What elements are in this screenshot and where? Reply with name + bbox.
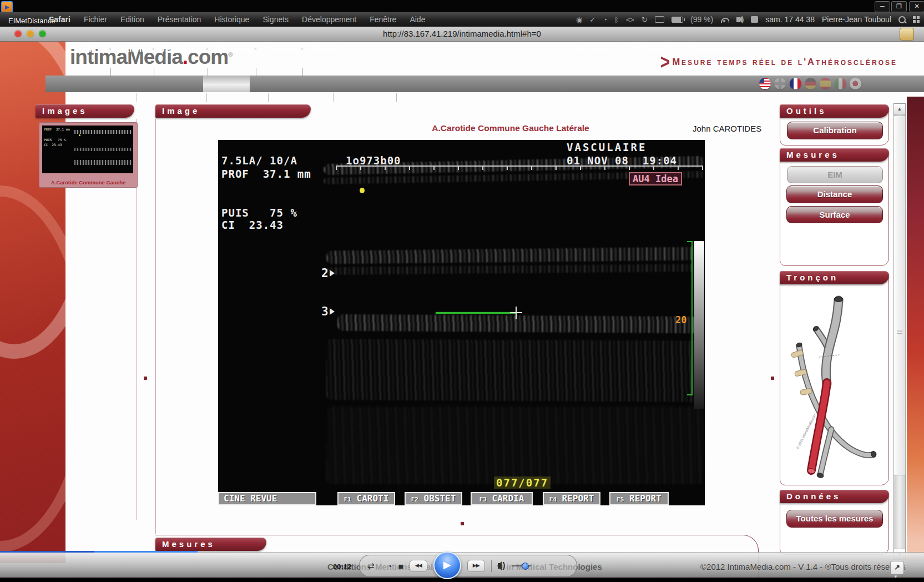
menu-fenetre[interactable]: Fenêtre [370,15,396,24]
mac-menubar: Safari Fichier Edition Présentation Hist… [0,12,924,27]
nav-visualiser[interactable]: Visualiser [160,41,199,58]
mission-control-icon[interactable] [913,16,920,23]
url-field[interactable]: http://83.167.41.219/intimamedia.html#h=… [0,27,924,41]
input-menu-icon[interactable] [751,16,758,23]
battery-percent: (99 %) [690,15,713,24]
us-horizontal-ruler [336,165,703,167]
flag-us[interactable] [759,78,771,89]
site-copyright: ©2012 IntimaMedia.com - V 1.4 - ®Tous dr… [700,562,906,571]
volume-icon[interactable] [736,17,740,22]
browser-extension-icon[interactable] [900,28,914,41]
flag-spain[interactable] [820,78,831,89]
menu-presentation[interactable]: Présentation [158,15,201,24]
ultrasound-image[interactable]: VASCULAIRE 7.5LA/ 10/A 1o973b00 01 NOV 0… [218,140,705,505]
accessibility-icon[interactable]: ◉ [576,16,582,24]
bluetooth-icon[interactable]: ᛒ [614,16,619,24]
forward-button[interactable]: ▶▶ [467,560,485,572]
background-red-swoosh-right [907,97,924,561]
menu-signets[interactable]: Signets [262,15,289,24]
window-restore-button[interactable]: ❐ [891,1,907,12]
thumbnail-card[interactable]: PROF 37.1 mm PUIS 75 % CI 23.43 A.Caroti… [39,122,138,188]
menu-edition[interactable]: Edition [120,15,144,24]
display-icon[interactable] [655,16,664,23]
menu-aide[interactable]: Aide [410,15,425,24]
thumbnail-caption: A.Carotide Commune Gauche [39,179,137,185]
video-controls-cluster: ⇄ ◔ ■ ◀◀ ▶ ▶▶ [359,555,577,577]
splitter-handle-bottom[interactable] [461,522,464,525]
distance-button[interactable]: Distance [786,185,883,203]
us-f5-button[interactable]: F5 REPORT [609,492,669,505]
us-depth: PROF 37.1 mm [221,168,311,180]
window-close-button[interactable]: ✕ [909,1,924,12]
play-button[interactable]: ▶ [433,551,461,579]
calibration-button[interactable]: Calibration [787,122,883,139]
thumbnail-marker-dot [79,134,80,136]
speaker-icon[interactable] [498,563,502,569]
us-cine-button[interactable]: CINE REVUE [218,492,316,505]
expand-caret-icon: ▼ [893,574,898,579]
flag-france[interactable] [790,78,801,89]
splitter-handle-right[interactable] [771,377,774,380]
us-scale-value: 20 [675,314,686,325]
timer-icon[interactable]: ◔ [387,561,392,571]
nav-mesures[interactable]: Mesures [215,41,249,58]
spotlight-icon[interactable] [898,16,906,23]
nav-tutoriel[interactable]: Tutoriel [311,41,341,58]
flag-japan[interactable] [850,78,861,89]
us-datetime: 01 NOV 08 19:04 [567,154,677,167]
wifi-icon[interactable] [720,17,729,23]
nav-rapport[interactable]: Rapport [265,41,297,58]
stop-icon[interactable]: ■ [398,561,403,571]
us-f1-button[interactable]: F1 CAROTI [337,492,395,505]
flag-germany[interactable] [805,78,816,89]
measurement-line[interactable] [436,312,517,314]
controls-divider [491,560,492,572]
eim-button[interactable]: EIM [787,166,883,183]
menu-historique[interactable]: Historique [214,15,249,24]
clock-icon[interactable]: ◔ [603,16,607,24]
us-f3-button[interactable]: F3 CARDIA [471,492,533,505]
patient-name: John CAROTIDES [693,124,761,133]
image-subtitle: A.Carotide Commune Gauche Latérale [333,123,688,133]
account-email: pjtw@noos.fr [572,41,621,58]
window-minimize-button[interactable]: ─ [875,1,890,12]
menubar-user[interactable]: Pierre-Jean Touboul [822,15,891,24]
battery-icon[interactable] [671,17,683,23]
us-mode: VASCULAIRE [567,141,647,153]
sync-icon[interactable]: ↻ [642,16,648,24]
images-panel-tab: Images [36,104,134,118]
swap-icon[interactable]: ⇄ [367,561,375,571]
arrow-right-icon [330,308,335,315]
volume-slider-handle[interactable] [522,563,529,570]
volume-slider[interactable] [512,565,531,566]
troncon-panel: Tronçon [780,271,889,485]
menu-developpement[interactable]: Développement [302,15,356,24]
flag-italy[interactable] [835,78,846,89]
rewind-button[interactable]: ◀◀ [410,560,427,572]
scrollbar-up-button[interactable]: ▲ [893,103,906,114]
all-measures-button[interactable]: Toutes les mesures [786,510,883,528]
us-f4-button[interactable]: F4 REPORT [543,492,600,505]
code-icon[interactable]: <> [626,16,634,24]
menu-fichier[interactable]: Fichier [84,15,107,24]
measurement-cursor[interactable] [510,312,522,313]
webpage: intimaMedia.com® > Mesure temps réel de … [0,41,924,582]
timemachine-icon[interactable]: ✓ [589,16,595,24]
logout-link[interactable]: Déconnexion [691,41,744,58]
measures-panel: Mesures EIM Distance Surface [780,148,889,266]
data-panel-tab: Données [780,490,889,503]
flag-uk[interactable] [774,78,786,89]
menubar-clock[interactable]: sam. 17 44 38 [765,15,815,24]
us-power: PUIS 75 % [221,207,297,219]
surface-button[interactable]: Surface [786,206,883,223]
menubar-status-area: ◉ ✓ ◔ ᛒ <> ↻ (99 %) sam. 17 44 38 Pierre… [576,12,920,27]
artery-diagram[interactable]: © 2011 intimaMedia.com [785,289,884,480]
nav-patient[interactable]: Patient [117,41,144,58]
bottom-measures-tab: Mesures [155,538,266,551]
scrollbar-thumb[interactable] [893,116,906,475]
splitter-handle-left[interactable] [144,377,147,380]
us-probe: 7.5LA/ 10/A [221,154,297,167]
us-f2-button[interactable]: F2 OBSTET [405,492,462,505]
nav-profil[interactable]: Profil [75,41,96,58]
fullscreen-button[interactable]: ↗ [890,561,904,575]
